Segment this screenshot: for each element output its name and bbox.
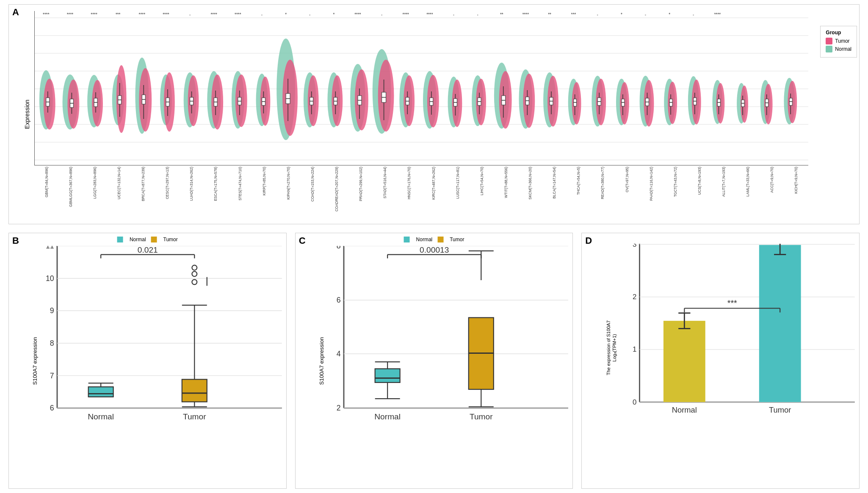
violin-plot-svg: 25 20 15 10 5 0 -5 -10 -15 **** **** ***… (34, 11, 808, 165)
svg-text:****: **** (67, 12, 74, 17)
svg-text:-: - (453, 12, 454, 17)
x-label-23: READ(T=380,N=77) (600, 167, 605, 199)
panel-b-svg: 6 7 8 9 10 11 (32, 246, 282, 421)
svg-text:Tumor: Tumor (769, 405, 791, 414)
svg-point-231 (192, 271, 197, 276)
panel-c-label: C (299, 235, 306, 246)
svg-text:-: - (645, 12, 646, 17)
x-label-25: PAAD(T=116,N=142) (649, 167, 653, 201)
x-label-22: THCA(T=54,N=5) (576, 167, 581, 195)
x-label-10: KIPAN(T=270,N=70) (286, 167, 290, 200)
legend-item-tumor: Tumor (826, 38, 851, 44)
panel-a: A Expression Group Tumor Normal (8, 4, 860, 224)
x-label-15: HNSC(T=176,N=70) (407, 167, 411, 199)
x-label-1: GBMLGG(T=367,N=896) (69, 167, 73, 207)
x-label-24: OV(T=97,N=95) (625, 167, 629, 192)
svg-rect-256 (375, 369, 400, 382)
svg-text:****: **** (139, 12, 146, 17)
x-label-2: LGG(T=283,N=896) (93, 167, 97, 199)
svg-text:Tumor: Tumor (183, 412, 206, 421)
svg-text:9: 9 (50, 306, 54, 315)
legend-tumor-label: Tumor (835, 38, 849, 44)
legend-item-normal: Normal (826, 46, 851, 52)
panel-c-legend: Normal Tumor (404, 237, 464, 242)
svg-text:-: - (261, 12, 263, 17)
x-axis-labels: GBM(T=84,N=896) GBMLGG(T=367,N=896) LGG(… (34, 167, 808, 224)
svg-text:****: **** (163, 12, 169, 17)
svg-text:11: 11 (46, 246, 54, 250)
svg-rect-282 (663, 321, 705, 402)
svg-text:*: * (285, 12, 287, 17)
x-label-28: ALLIT(T=7,N=193) (721, 167, 726, 197)
panel-a-y-label: Expression (24, 99, 30, 129)
panel-a-legend: Group Tumor Normal (820, 26, 857, 58)
panel-d-svg: 0 1 2 3 *** (616, 244, 855, 417)
svg-text:8: 8 (50, 339, 54, 347)
c-normal-swatch (404, 237, 410, 242)
x-label-18: LIHC(T=54,N=70) (480, 167, 484, 196)
svg-text:**: ** (500, 12, 503, 17)
svg-text:Normal: Normal (88, 412, 114, 421)
x-label-17: LUSC(T=117,N=81) (456, 167, 460, 199)
panel-d-label: D (585, 235, 592, 246)
svg-point-230 (192, 265, 197, 270)
legend-title: Group (826, 30, 851, 36)
x-label-7: ESCA(T=175,N=578) (213, 167, 218, 201)
x-label-5: CESC(T=297,N=13) (165, 167, 169, 199)
x-label-4: BRCA(T=877,N=239) (141, 167, 145, 201)
panel-a-label: A (12, 7, 19, 18)
svg-text:****: **** (714, 12, 721, 17)
svg-text:Normal: Normal (672, 405, 697, 414)
svg-text:6: 6 (336, 296, 340, 304)
svg-text:3: 3 (633, 244, 636, 248)
svg-text:*: * (621, 12, 622, 17)
x-label-31: KICH(T=9,N=70) (794, 167, 798, 194)
b-legend-tumor: Tumor (163, 237, 178, 242)
svg-text:**: ** (548, 12, 551, 17)
svg-text:****: **** (403, 12, 409, 17)
panel-b-legend: Normal Tumor (117, 237, 178, 242)
x-label-26: TGCT(T=43,N=72) (673, 167, 677, 197)
x-label-21: BLCA(T=147,N=54) (552, 167, 556, 198)
x-label-14: STAD(T=516,N=44) (383, 167, 387, 198)
svg-text:4: 4 (336, 350, 340, 358)
svg-text:-: - (693, 12, 694, 17)
x-label-19: WTIT(T=88,N=556) (504, 167, 508, 198)
legend-normal-label: Normal (835, 46, 851, 52)
c-legend-tumor: Tumor (450, 237, 464, 242)
tumor-swatch (826, 38, 832, 44)
svg-text:*: * (333, 12, 334, 17)
x-label-6: LUAD(T=314,N=262) (189, 167, 194, 201)
svg-text:****: **** (91, 12, 97, 17)
x-label-9: KIRP(T=85,N=70) (262, 167, 266, 196)
svg-point-232 (192, 280, 197, 285)
svg-text:2: 2 (336, 404, 340, 412)
svg-rect-286 (759, 245, 801, 402)
x-label-8: STES(T=474,N=710) (238, 167, 242, 201)
x-label-0: GBM(T=84,N=896) (44, 167, 49, 197)
svg-text:*: * (669, 12, 670, 17)
svg-text:-: - (597, 12, 598, 17)
x-label-29: LAML(T=33,N=66) (746, 167, 750, 196)
svg-text:0: 0 (633, 398, 636, 406)
c-tumor-swatch (437, 237, 443, 242)
svg-text:****: **** (426, 12, 433, 17)
svg-text:-: - (381, 12, 382, 17)
svg-text:Tumor: Tumor (470, 412, 493, 421)
x-label-16: KIRC(T=487,N=262) (431, 167, 436, 200)
x-label-27: UCS(T=8,N=193) (697, 167, 702, 195)
svg-text:***: *** (116, 12, 121, 17)
x-label-11: COAD(T=153,N=224) (310, 167, 315, 201)
svg-text:-: - (309, 12, 310, 17)
panel-c: C Normal Tumor S100A7 expression (295, 233, 573, 489)
svg-text:8: 8 (336, 246, 340, 250)
b-tumor-swatch (151, 237, 157, 242)
svg-text:Normal: Normal (374, 412, 401, 421)
svg-text:0.00013: 0.00013 (420, 246, 449, 254)
svg-text:1: 1 (633, 346, 636, 354)
b-normal-swatch (117, 237, 123, 242)
svg-text:****: **** (522, 12, 529, 17)
svg-text:2: 2 (633, 293, 636, 301)
svg-text:0.021: 0.021 (138, 246, 158, 254)
c-legend-normal: Normal (416, 237, 433, 242)
